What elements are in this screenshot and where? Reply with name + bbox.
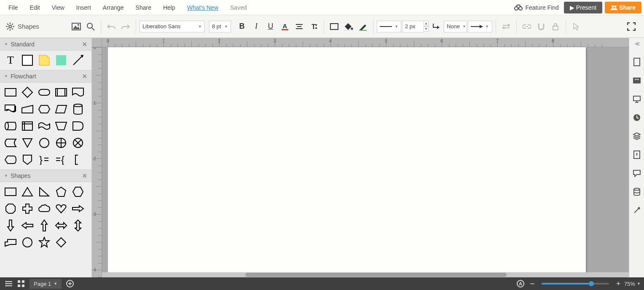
line-width-input[interactable]: 2 px bbox=[402, 21, 424, 32]
fullscreen-button[interactable] bbox=[625, 20, 638, 33]
shape-process[interactable] bbox=[3, 85, 18, 99]
page-surface[interactable] bbox=[108, 47, 586, 277]
swap-ends-button[interactable] bbox=[499, 20, 513, 33]
shape-diamond[interactable] bbox=[54, 235, 68, 250]
shape-octagon[interactable] bbox=[3, 201, 18, 216]
close-category-button[interactable]: ✕ bbox=[82, 172, 87, 179]
lock-button[interactable] bbox=[549, 20, 562, 33]
menu-share[interactable]: Share bbox=[130, 4, 157, 11]
shape-multidoc[interactable] bbox=[3, 102, 18, 116]
shape-arrow-left[interactable] bbox=[20, 218, 35, 233]
comments-panel-icon[interactable]: "" bbox=[631, 75, 642, 86]
shape-decision[interactable] bbox=[20, 85, 35, 99]
shape-brace-right[interactable]: } bbox=[37, 153, 51, 167]
shape-right-triangle[interactable] bbox=[37, 185, 51, 199]
shape-rectangle[interactable] bbox=[3, 185, 18, 199]
shape-merge[interactable] bbox=[20, 136, 35, 150]
category-header-shapes[interactable]: ▼ Shapes ✕ bbox=[0, 169, 91, 182]
shape-manual-input[interactable] bbox=[20, 102, 35, 116]
insert-image-button[interactable] bbox=[70, 20, 83, 33]
shape-preparation[interactable] bbox=[37, 102, 51, 116]
menu-whats-new[interactable]: What's New bbox=[181, 4, 224, 11]
layers-panel-icon[interactable] bbox=[631, 131, 642, 142]
line-width-stepper[interactable]: ▲ ▼ bbox=[424, 21, 429, 32]
menu-insert[interactable]: Insert bbox=[70, 4, 97, 11]
font-family-dropdown[interactable]: Liberation Sans ▼ bbox=[140, 21, 205, 32]
horizontal-scrollbar[interactable] bbox=[102, 272, 629, 277]
text-color-button[interactable]: A bbox=[278, 20, 292, 33]
shape-note-bracket[interactable] bbox=[71, 153, 85, 167]
font-size-dropdown[interactable]: 8 pt ▼ bbox=[209, 21, 231, 32]
shape-internal-storage[interactable] bbox=[20, 119, 35, 133]
zoom-level-dropdown[interactable]: 75% ▼ bbox=[624, 281, 641, 287]
redo-button[interactable] bbox=[119, 20, 132, 33]
stepper-down-icon[interactable]: ▼ bbox=[424, 26, 429, 32]
cursor-icon[interactable] bbox=[569, 20, 583, 33]
search-icon[interactable] bbox=[84, 20, 97, 33]
category-header-flowchart[interactable]: ▼ Flowchart ✕ bbox=[0, 70, 91, 83]
grid-view-button[interactable] bbox=[15, 278, 27, 290]
close-category-button[interactable]: ✕ bbox=[82, 41, 87, 48]
canvas[interactable]: 012345678 01234 bbox=[92, 38, 629, 277]
shape-callout[interactable] bbox=[3, 235, 18, 250]
shape-arrow-up[interactable] bbox=[37, 218, 51, 233]
link-button[interactable] bbox=[520, 20, 534, 33]
add-page-button[interactable] bbox=[64, 278, 76, 290]
magic-panel-icon[interactable] bbox=[631, 205, 642, 216]
line-routing-button[interactable] bbox=[429, 20, 443, 33]
present-button[interactable]: ▶ Present bbox=[564, 2, 602, 13]
shape-terminator[interactable] bbox=[37, 85, 51, 99]
menu-edit[interactable]: Edit bbox=[24, 4, 46, 11]
shape-arrow-leftright[interactable] bbox=[54, 218, 68, 233]
shape-delay[interactable] bbox=[71, 119, 85, 133]
shape-triangle[interactable] bbox=[20, 185, 35, 199]
share-button[interactable]: Share bbox=[605, 2, 641, 13]
shape-arrow-right[interactable] bbox=[71, 201, 85, 216]
shape-display[interactable] bbox=[3, 153, 18, 167]
shape-circle[interactable] bbox=[20, 235, 35, 250]
shape-cross[interactable] bbox=[20, 201, 35, 216]
data-panel-icon[interactable] bbox=[631, 186, 642, 197]
page-panel-icon[interactable] bbox=[631, 56, 642, 67]
undo-button[interactable] bbox=[105, 20, 118, 33]
shape-text[interactable]: T bbox=[3, 53, 18, 67]
feature-find-button[interactable]: Feature Find bbox=[509, 4, 564, 11]
arrow-end-dropdown[interactable]: ▼ bbox=[468, 21, 492, 32]
close-category-button[interactable]: ✕ bbox=[82, 73, 87, 80]
shape-pentagon[interactable] bbox=[54, 185, 68, 199]
chat-panel-icon[interactable] bbox=[631, 168, 642, 179]
stepper-up-icon[interactable]: ▲ bbox=[424, 21, 429, 26]
italic-button[interactable]: I bbox=[250, 20, 263, 33]
shape-heart[interactable] bbox=[54, 201, 68, 216]
shape-cloud[interactable] bbox=[37, 201, 51, 216]
outline-view-button[interactable] bbox=[3, 278, 15, 290]
menu-view[interactable]: View bbox=[46, 4, 70, 11]
theme-panel-icon[interactable] bbox=[631, 149, 642, 160]
gear-icon[interactable] bbox=[6, 22, 14, 31]
line-style-dropdown[interactable]: ▼ bbox=[377, 21, 401, 32]
shape-connector[interactable] bbox=[37, 136, 51, 150]
zoom-slider[interactable] bbox=[542, 283, 609, 285]
shape-style-button[interactable] bbox=[327, 20, 341, 33]
arrow-start-dropdown[interactable]: None ▼ bbox=[444, 21, 467, 32]
shape-hotspot[interactable] bbox=[54, 53, 68, 67]
underline-button[interactable]: U bbox=[264, 20, 277, 33]
category-header-standard[interactable]: ▼ Standard ✕ bbox=[0, 38, 91, 51]
menu-arrange[interactable]: Arrange bbox=[97, 4, 130, 11]
zoom-out-button[interactable]: − bbox=[526, 278, 538, 290]
menu-file[interactable]: File bbox=[3, 4, 24, 11]
shape-offpage[interactable] bbox=[20, 153, 35, 167]
text-block-button[interactable]: T bbox=[307, 20, 320, 33]
shape-or[interactable] bbox=[54, 136, 68, 150]
zoom-in-button[interactable]: + bbox=[612, 278, 624, 290]
fill-color-button[interactable] bbox=[342, 20, 355, 33]
shape-direct-data[interactable] bbox=[3, 119, 18, 133]
accessibility-button[interactable]: A bbox=[515, 278, 526, 290]
shape-star[interactable] bbox=[37, 235, 51, 250]
shape-hexagon[interactable] bbox=[71, 185, 85, 199]
shape-line[interactable] bbox=[71, 53, 85, 67]
bold-button[interactable]: B bbox=[235, 20, 249, 33]
menu-help[interactable]: Help bbox=[157, 4, 181, 11]
shape-brace-left[interactable]: { bbox=[54, 153, 68, 167]
history-panel-icon[interactable] bbox=[631, 112, 642, 123]
